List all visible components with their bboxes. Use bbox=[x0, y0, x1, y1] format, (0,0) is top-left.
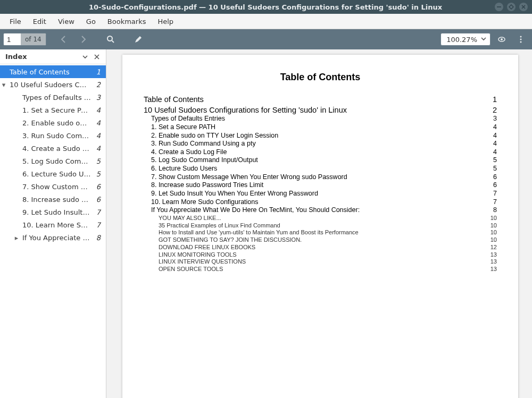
maximize-button[interactable] bbox=[507, 3, 516, 11]
sidebar-close-button[interactable] bbox=[91, 51, 103, 63]
nav-back-button[interactable] bbox=[56, 31, 72, 47]
index-item[interactable]: 4. Create a Sudo L…4 bbox=[0, 142, 106, 155]
toc-entry-title: 3. Run Sudo Command Using a pty bbox=[151, 140, 484, 148]
toc-entry[interactable]: OPEN SOURCE TOOLS13 bbox=[144, 266, 497, 273]
toc-entry-title: 10 Useful Sudoers Configurations for Set… bbox=[144, 105, 484, 115]
index-item[interactable]: 5. Log Sudo Com…5 bbox=[0, 155, 106, 167]
toc-entry[interactable]: 35 Practical Examples of Linux Find Comm… bbox=[144, 222, 497, 230]
toc-entry[interactable]: LINUX MONITORING TOOLS13 bbox=[144, 251, 497, 259]
toc-entry-page: 8 bbox=[484, 206, 497, 215]
vertical-scrollbar[interactable] bbox=[526, 52, 531, 396]
index-item[interactable]: ▸If You Appreciate …8 bbox=[0, 231, 106, 244]
index-item[interactable]: 8. Increase sudo P…6 bbox=[0, 193, 106, 206]
toc-entry-page: 12 bbox=[484, 244, 497, 251]
menu-view[interactable]: View bbox=[53, 15, 80, 28]
toc-entry-title: 10. Learn More Sudo Configurations bbox=[151, 198, 484, 207]
toc-entry[interactable]: How to Install and Use 'yum-utils' to Ma… bbox=[144, 229, 497, 236]
toc-entry-page: 10 bbox=[484, 229, 497, 236]
index-item[interactable]: 7. Show Custom …6 bbox=[0, 180, 106, 193]
toc-entry[interactable]: 5. Log Sudo Command Input/Output5 bbox=[144, 156, 497, 165]
index-item[interactable]: 2. Enable sudo on …4 bbox=[0, 116, 106, 129]
toc-entry[interactable]: 9. Let Sudo Insult You When You Enter Wr… bbox=[144, 190, 497, 198]
toc-entry[interactable]: 7. Show Custom Message When You Enter Wr… bbox=[144, 173, 497, 182]
index-item-page: 4 bbox=[93, 106, 102, 114]
index-item[interactable]: Table of Contents1 bbox=[0, 65, 106, 78]
toc-entry-title: 2. Enable sudo on TTY User Login Session bbox=[151, 132, 484, 140]
sidebar: Index Table of Contents1▾10 Useful Sudoe… bbox=[0, 49, 106, 398]
index-item-page: 5 bbox=[93, 170, 102, 178]
toc-entry[interactable]: 10. Learn More Sudo Configurations7 bbox=[144, 198, 497, 207]
index-list[interactable]: Table of Contents1▾10 Useful Sudoers C…2… bbox=[0, 64, 106, 398]
index-item-page: 3 bbox=[93, 94, 102, 101]
index-item-label: 10 Useful Sudoers C… bbox=[10, 81, 91, 89]
toc-entry-page: 3 bbox=[484, 115, 497, 123]
expand-arrow-right-icon[interactable]: ▸ bbox=[13, 234, 20, 242]
toc-entry[interactable]: Table of Contents1 bbox=[144, 95, 497, 104]
close-button[interactable] bbox=[519, 3, 528, 11]
toc-entry-title: 9. Let Sudo Insult You When You Enter Wr… bbox=[151, 190, 484, 198]
toc-entry-page: 5 bbox=[484, 165, 497, 173]
toc-entry[interactable]: LINUX INTERVIEW QUESTIONS13 bbox=[144, 258, 497, 266]
view-mode-button[interactable] bbox=[494, 31, 510, 47]
index-item[interactable]: ▾10 Useful Sudoers C…2 bbox=[0, 78, 106, 91]
zoom-selector[interactable]: 100.27% bbox=[440, 33, 491, 46]
toc-entry[interactable]: If You Appreciate What We Do Here On Tec… bbox=[144, 206, 497, 215]
index-item-page: 2 bbox=[93, 81, 102, 89]
toc-entry[interactable]: 8. Increase sudo Password Tries Limit6 bbox=[144, 181, 497, 190]
index-item[interactable]: 10. Learn More Su…7 bbox=[0, 218, 106, 231]
toc-entry[interactable]: 3. Run Sudo Command Using a pty4 bbox=[144, 140, 497, 148]
index-item-page: 4 bbox=[93, 145, 102, 153]
toc-entry[interactable]: 1. Set a Secure PATH4 bbox=[144, 123, 497, 132]
toc-entry-page: 2 bbox=[484, 105, 497, 115]
toc-entry[interactable]: 10 Useful Sudoers Configurations for Set… bbox=[144, 105, 497, 115]
index-item-label: Table of Contents bbox=[10, 68, 91, 76]
index-item[interactable]: 6. Lecture Sudo U…5 bbox=[0, 167, 106, 180]
expand-arrow-down-icon[interactable]: ▾ bbox=[0, 81, 7, 89]
annotate-button[interactable] bbox=[130, 31, 146, 47]
toc-entry-title: If You Appreciate What We Do Here On Tec… bbox=[151, 206, 484, 215]
toc-entry[interactable]: 4. Create a Sudo Log File4 bbox=[144, 148, 497, 157]
toc-entry-title: How to Install and Use 'yum-utils' to Ma… bbox=[159, 229, 484, 236]
toc-entry-title: LINUX MONITORING TOOLS bbox=[159, 251, 484, 259]
toc-entry-page: 4 bbox=[484, 132, 497, 140]
svg-point-4 bbox=[520, 36, 522, 38]
menu-file[interactable]: File bbox=[4, 15, 27, 28]
toc-entry-page: 1 bbox=[484, 95, 497, 104]
index-item-page: 4 bbox=[93, 132, 102, 140]
zoom-value: 100.27% bbox=[446, 36, 477, 44]
document-view[interactable]: Table of Contents Table of Contents110 U… bbox=[106, 49, 532, 398]
toc-entry-title: 35 Practical Examples of Linux Find Comm… bbox=[159, 222, 484, 230]
toc-entry[interactable]: 2. Enable sudo on TTY User Login Session… bbox=[144, 132, 497, 140]
index-item[interactable]: 9. Let Sudo Insult …7 bbox=[0, 206, 106, 218]
toc-entry[interactable]: GOT SOMETHING TO SAY? JOIN THE DISCUSSIO… bbox=[144, 236, 497, 244]
search-button[interactable] bbox=[103, 31, 119, 47]
toc-entry-title: 7. Show Custom Message When You Enter Wr… bbox=[151, 173, 484, 182]
menu-go[interactable]: Go bbox=[81, 15, 101, 28]
menu-help[interactable]: Help bbox=[152, 15, 179, 28]
toc-body: Table of Contents110 Useful Sudoers Conf… bbox=[144, 95, 497, 273]
index-item-label: If You Appreciate … bbox=[22, 234, 91, 242]
window-title: 10-Sudo-Configurations.pdf — 10 Useful S… bbox=[4, 3, 495, 11]
index-item[interactable]: Types of Defaults …3 bbox=[0, 91, 106, 104]
toc-entry[interactable]: Types of Defaults Entries3 bbox=[144, 115, 497, 123]
menu-edit[interactable]: Edit bbox=[28, 15, 52, 28]
index-item-page: 5 bbox=[93, 157, 102, 165]
page-number-input[interactable] bbox=[4, 33, 21, 45]
toc-entry[interactable]: DOWNLOAD FREE LINUX EBOOKS12 bbox=[144, 244, 497, 251]
sidebar-mode-dropdown[interactable] bbox=[79, 51, 91, 63]
index-item[interactable]: 1. Set a Secure PA…4 bbox=[0, 104, 106, 116]
index-item-label: 6. Lecture Sudo U… bbox=[22, 170, 91, 178]
toc-entry-page: 7 bbox=[484, 198, 497, 207]
toc-entry[interactable]: 6. Lecture Sudo Users5 bbox=[144, 165, 497, 173]
toc-entry[interactable]: YOU MAY ALSO LIKE...10 bbox=[144, 215, 497, 222]
minimize-button[interactable] bbox=[495, 3, 503, 11]
menu-more-button[interactable] bbox=[513, 31, 529, 47]
menu-bookmarks[interactable]: Bookmarks bbox=[102, 15, 152, 28]
toc-entry-page: 7 bbox=[484, 190, 497, 198]
index-item-label: 1. Set a Secure PA… bbox=[22, 106, 91, 114]
nav-forward-button[interactable] bbox=[75, 31, 91, 47]
toc-entry-title: GOT SOMETHING TO SAY? JOIN THE DISCUSSIO… bbox=[159, 236, 484, 244]
index-item-page: 7 bbox=[93, 221, 102, 229]
toolbar: of 14 100.27% bbox=[0, 29, 532, 49]
index-item[interactable]: 3. Run Sudo Com…4 bbox=[0, 129, 106, 142]
